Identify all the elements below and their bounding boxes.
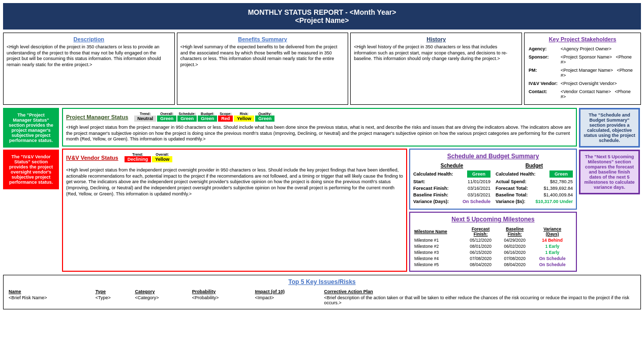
start-date: 11/01/2019 (468, 179, 490, 184)
stakeholder-label: Agency: (529, 45, 560, 52)
description-box: Description <High level description of t… (3, 33, 175, 105)
budget-health-badge: Green (549, 170, 573, 178)
schedule-badge: Green (177, 116, 197, 122)
col-category: Category (133, 289, 190, 295)
milestone-forecast: 07/08/2020 (464, 255, 498, 262)
budget-badge: Green (198, 116, 217, 122)
col-variance: Variance(Days) (532, 226, 573, 237)
pm-annotation: The "Project Manager Status" section pro… (3, 108, 59, 148)
issues-box: Top 5 Key Issues/Risks Name Type Categor… (3, 275, 641, 309)
description-title: Description (7, 36, 171, 42)
stakeholder-value: <Project Oversight Vendor> (561, 80, 636, 87)
stakeholder-label: Sponsor: (529, 53, 560, 66)
ivv-status-text: <High level project status from the inde… (66, 167, 403, 197)
col-name: Name (7, 289, 94, 295)
col-type: Type (94, 289, 133, 295)
milestone-forecast: 08/01/2020 (464, 243, 498, 249)
trend-indicator: Trend: Neutral (134, 112, 156, 122)
pm-header: Project Manager Status Trend: Neutral Ov… (66, 112, 573, 122)
milestone-variance: 1 Early (532, 243, 573, 249)
milestone-name: Milestone #3 (413, 249, 464, 255)
table-row: Milestone #5 08/04/2020 08/04/2020 On Sc… (413, 262, 573, 268)
milestones-title: Next 5 Upcoming Milestones (413, 216, 573, 223)
quality-badge: Green (255, 116, 274, 122)
list-item: Variance ($s): $10,317.00 Under (496, 199, 573, 204)
schedule-budget-box: Schedule and Budget Summary Schedule Cal… (409, 149, 577, 210)
ivv-indicators: Trend: Declining Overall: Yellow (125, 153, 173, 162)
pm-status-text: <High level project status from the proj… (66, 125, 573, 142)
schedule-health-badge: Green (467, 170, 490, 178)
col-baseline-finish: BaselineFinish: (498, 226, 532, 237)
header: MONTHLY STATUS REPORT - <Month Year> <Pr… (3, 3, 641, 30)
description-text: <High level description of the project i… (7, 44, 171, 68)
stakeholder-label: PM: (529, 67, 560, 79)
list-item: IV&V Vendor: <Project Oversight Vendor> (529, 80, 636, 87)
middle-section: The "Project Manager Status" section pro… (3, 108, 641, 272)
milestones-annotation: The "Next 5 Upcoming Milestones" section… (579, 150, 640, 194)
right-panels: Schedule and Budget Summary Schedule Cal… (409, 149, 577, 272)
scope-badge: Red (218, 116, 233, 122)
ivv-annotation: The "IV&V Vendor Status" section provide… (3, 150, 59, 189)
list-item: Sponsor: <Project Sponsor Name> <Phone #… (529, 53, 636, 66)
milestone-name: Milestone #2 (413, 243, 464, 249)
table-header-row: Name Type Category Probability Impact (o… (7, 289, 637, 295)
left-annotations: The "Project Manager Status" section pro… (3, 108, 60, 272)
quality-indicator: Quality: Green (255, 112, 274, 122)
milestone-forecast: 06/15/2020 (464, 249, 498, 255)
center-middle-row: IV&V Vendor Status Trend: Declining Over… (62, 149, 577, 272)
issue-probability: <Probability> (190, 295, 253, 306)
list-item: Forecast Finish: 03/16/2021 (413, 186, 490, 191)
col-plan: Corrective Action Plan (322, 289, 638, 295)
schedule-budget-grid: Schedule Calculated Health: Green Start:… (413, 163, 573, 206)
risk-badge: Yellow (234, 116, 254, 122)
schedule-indicator: Schedule: Green (177, 112, 197, 122)
table-row: Milestone #1 05/12/2020 04/29/2020 14 Be… (413, 237, 573, 243)
forecast-finish: 03/16/2021 (468, 186, 490, 191)
stakeholder-label: Contact: (529, 88, 560, 100)
schedule-header: Schedule (413, 163, 490, 168)
risk-indicator: Risk: Yellow (234, 112, 254, 122)
milestone-baseline: 07/08/2020 (498, 255, 532, 262)
milestone-forecast: 08/04/2020 (464, 262, 498, 268)
overall-indicator: Overall: Green (157, 112, 176, 122)
col-forecast-finish: ForecastFinish: (464, 226, 498, 237)
milestone-variance: On Schedule (532, 255, 573, 262)
table-row: Milestone #3 06/15/2020 06/16/2020 1 Ear… (413, 249, 573, 255)
scope-indicator: Scope: Red (218, 112, 233, 122)
stakeholder-value: <Project Sponsor Name> <Phone #> (561, 53, 636, 66)
top-row: Description <High level description of t… (3, 33, 641, 105)
ivv-header: IV&V Vendor Status Trend: Declining Over… (66, 153, 403, 162)
stakeholder-value: <Agency Project Owner> (561, 45, 636, 52)
schedule-budget-title: Schedule and Budget Summary (413, 153, 573, 160)
issues-table: Name Type Category Probability Impact (o… (7, 289, 637, 306)
list-item: Baseline Finish: 03/16/2021 (413, 192, 490, 197)
header-line2: <Project Name> (8, 16, 636, 24)
overall-badge: Green (157, 116, 176, 122)
table-row: Milestone #4 07/08/2020 07/08/2020 On Sc… (413, 255, 573, 262)
pm-indicators: Trend: Neutral Overall: Green Schedule: … (134, 112, 274, 122)
table-header-row: Milestone Name ForecastFinish: BaselineF… (413, 226, 573, 237)
benefits-title: Benefits Summary (180, 36, 345, 42)
list-item: Start: 11/01/2019 (413, 179, 490, 184)
trend-badge: Neutral (134, 116, 156, 122)
list-item: Forecast Total: $1,389,692.84 (496, 186, 573, 191)
ivv-trend-badge: Declining (125, 156, 151, 162)
milestone-baseline: 04/29/2020 (498, 237, 532, 243)
budget-variance: $10,317.00 Under (535, 199, 573, 204)
schedule-variance: On Schedule (463, 199, 490, 204)
benefits-text: <High level summary of the expected bene… (180, 44, 345, 68)
milestones-box: Next 5 Upcoming Milestones Milestone Nam… (409, 212, 577, 272)
forecast-total: $1,389,692.84 (543, 186, 573, 191)
milestone-name: Milestone #5 (413, 262, 464, 268)
table-row: Milestone #2 08/01/2020 06/02/2020 1 Ear… (413, 243, 573, 249)
stakeholder-value: <Project Manager Name> <Phone #> (561, 67, 636, 79)
milestone-variance: 14 Behind (532, 237, 573, 243)
main-container: MONTHLY STATUS REPORT - <Month Year> <Pr… (0, 0, 644, 312)
milestone-variance: On Schedule (532, 262, 573, 268)
issues-title: Top 5 Key Issues/Risks (7, 278, 637, 285)
issue-name: <Brief Risk Name> (7, 295, 94, 306)
milestone-baseline: 08/04/2020 (498, 262, 532, 268)
milestone-forecast: 05/12/2020 (464, 237, 498, 243)
list-item: Baseline Total: $1,400,009.84 (496, 192, 573, 197)
list-item: PM: <Project Manager Name> <Phone #> (529, 67, 636, 79)
